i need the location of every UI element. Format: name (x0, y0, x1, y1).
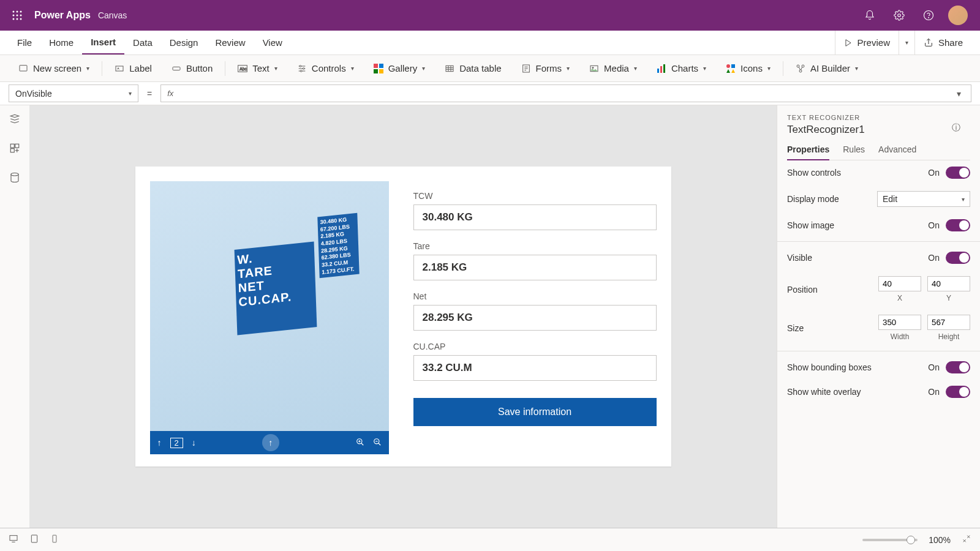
menu-data[interactable]: Data (124, 31, 161, 54)
preview-label: Preview (858, 37, 890, 48)
gallery-icon (374, 64, 383, 73)
share-label: Share (938, 37, 963, 48)
field-input-net[interactable]: 28.295 KG (413, 305, 657, 331)
svg-point-8 (20, 18, 22, 20)
svg-point-38 (592, 67, 594, 68)
share-button[interactable]: Share (914, 31, 971, 54)
svg-rect-14 (116, 66, 123, 71)
svg-rect-25 (379, 64, 383, 68)
field-label-tcw: TCW (413, 191, 657, 201)
select-display-mode[interactable]: Edit▾ (877, 191, 970, 207)
field-input-tcw[interactable]: 30.480 KG (413, 204, 657, 230)
svg-line-48 (799, 67, 800, 70)
svg-point-55 (11, 173, 18, 176)
ribbon-button[interactable]: Button (162, 55, 222, 81)
ribbon-gallery[interactable]: Gallery▾ (364, 55, 435, 81)
input-size-height[interactable] (927, 315, 970, 330)
menu-file[interactable]: File (9, 31, 40, 54)
page-down-icon[interactable]: ↓ (192, 438, 196, 448)
svg-rect-51 (15, 144, 19, 148)
svg-point-0 (13, 11, 15, 13)
ribbon-label[interactable]: Label (105, 55, 162, 81)
ai-builder-icon (796, 64, 805, 73)
user-avatar[interactable] (948, 6, 968, 25)
formula-input[interactable]: fx ▾ (160, 84, 971, 102)
ribbon-controls[interactable]: Controls▾ (287, 55, 364, 81)
input-position-y[interactable] (927, 276, 970, 291)
settings-gear-icon[interactable] (884, 0, 914, 31)
ribbon-new-screen[interactable]: New screen▾ (9, 55, 99, 81)
svg-point-7 (17, 18, 18, 20)
svg-point-47 (799, 70, 802, 72)
zoom-in-icon[interactable] (356, 438, 364, 448)
property-selector[interactable]: OnVisible ▾ (9, 84, 138, 102)
device-desktop-icon[interactable] (9, 534, 18, 545)
toggle-show-controls[interactable] (946, 167, 970, 179)
text-recognizer-control[interactable]: W. TARE NET CU.CAP. 30.480 KG 67.200 LBS… (150, 181, 389, 454)
ribbon-charts[interactable]: Charts▾ (647, 55, 716, 81)
menu-home[interactable]: Home (40, 31, 82, 54)
menu-view[interactable]: View (254, 31, 291, 54)
svg-point-21 (300, 65, 301, 67)
ribbon-ai-builder[interactable]: AI Builder▾ (786, 55, 868, 81)
tab-rules[interactable]: Rules (843, 144, 865, 160)
tab-properties[interactable]: Properties (787, 144, 829, 160)
ribbon-text[interactable]: Abc Text▾ (228, 55, 287, 81)
brand-title: Power Apps (34, 10, 91, 21)
insert-pane-icon[interactable] (9, 142, 21, 154)
fit-to-window-icon[interactable] (962, 534, 971, 545)
ribbon-data-table[interactable]: Data table (435, 55, 511, 81)
svg-rect-65 (31, 535, 37, 542)
svg-point-23 (300, 70, 302, 72)
preview-dropdown[interactable]: ▾ (899, 31, 914, 54)
svg-marker-12 (846, 39, 851, 46)
ribbon-forms[interactable]: Forms▾ (511, 55, 580, 81)
svg-point-2 (20, 11, 22, 13)
recognizer-page-number[interactable]: 2 (170, 438, 183, 448)
tree-view-icon[interactable] (9, 113, 21, 125)
input-position-x[interactable] (878, 276, 921, 291)
zoom-out-icon[interactable] (373, 438, 382, 448)
container-label-panel: W. TARE NET CU.CAP. (234, 241, 317, 335)
info-icon[interactable]: ⓘ (952, 122, 960, 133)
media-icon (589, 64, 599, 73)
upload-icon[interactable]: ↑ (262, 434, 279, 451)
data-pane-icon[interactable] (9, 171, 21, 184)
equals-label: = (143, 84, 156, 102)
svg-rect-15 (173, 67, 180, 70)
svg-line-57 (361, 443, 363, 445)
props-tabs: Properties Rules Advanced (787, 144, 970, 160)
field-input-cucap[interactable]: 33.2 CU.M (413, 355, 657, 381)
controls-icon (297, 64, 307, 73)
toggle-show-image[interactable] (946, 219, 970, 231)
canvas[interactable]: W. TARE NET CU.CAP. 30.480 KG 67.200 LBS… (29, 105, 777, 528)
svg-rect-26 (374, 69, 378, 73)
preview-button[interactable]: Preview (835, 31, 899, 54)
toggle-bounding[interactable] (946, 361, 970, 373)
toggle-overlay[interactable] (946, 386, 970, 398)
menu-design[interactable]: Design (161, 31, 207, 54)
toggle-visible[interactable] (946, 252, 970, 264)
waffle-icon[interactable] (7, 6, 27, 25)
tab-advanced[interactable]: Advanced (878, 144, 916, 160)
svg-text:Abc: Abc (240, 66, 247, 70)
input-size-width[interactable] (878, 315, 921, 330)
zoom-slider[interactable] (862, 539, 918, 541)
svg-marker-44 (726, 69, 730, 73)
save-button[interactable]: Save information (413, 398, 657, 426)
ribbon-icons[interactable]: Icons▾ (716, 55, 780, 81)
prop-display-mode-label: Display mode (787, 194, 839, 204)
svg-point-6 (13, 18, 15, 20)
notifications-icon[interactable] (855, 0, 884, 31)
help-icon[interactable] (914, 0, 943, 31)
device-tablet-icon[interactable] (29, 534, 39, 545)
formula-expand-icon[interactable]: ▾ (953, 89, 965, 99)
menu-insert[interactable]: Insert (82, 31, 124, 54)
menu-review[interactable]: Review (206, 31, 254, 54)
device-phone-icon[interactable] (50, 534, 59, 545)
ribbon-media[interactable]: Media▾ (579, 55, 647, 81)
svg-rect-40 (660, 66, 662, 73)
field-label-tare: Tare (413, 241, 657, 251)
page-up-icon[interactable]: ↑ (157, 438, 162, 448)
field-input-tare[interactable]: 2.185 KG (413, 255, 657, 280)
